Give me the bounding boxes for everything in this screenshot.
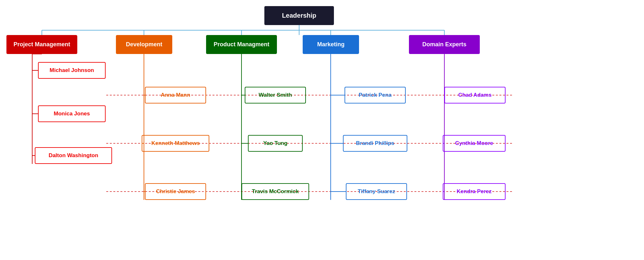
person-patrick-pena: Patrick Pena	[345, 87, 406, 103]
person-yao-tung: Yao Tung	[248, 135, 303, 152]
person-chad-adams: Chad Adams	[444, 87, 506, 103]
person-cynthia-moore: Cynthia Moore	[443, 135, 506, 152]
person-kenneth-matthews: Kenneth Matthews	[142, 135, 209, 152]
person-monica-jones: Monica Jones	[38, 105, 106, 122]
person-christie-james: Christie James	[145, 183, 206, 200]
person-dalton-washington: Dalton Washington	[35, 147, 112, 164]
person-anna-mann: Anna Mann	[145, 87, 206, 103]
org-chart: Leadership Project Management Developmen…	[0, 0, 644, 260]
dept-domain: Domain Experts	[409, 35, 480, 54]
dept-dev: Development	[116, 35, 172, 54]
dept-marketing: Marketing	[303, 35, 359, 54]
dept-pm: Project Management	[6, 35, 77, 54]
person-michael-johnson: Michael Johnson	[38, 62, 106, 79]
person-tiffany-suarez: Tiffany Suarez	[346, 183, 407, 200]
dept-prodmgmt: Product Managment	[206, 35, 277, 54]
person-kendra-perez: Kendra Perez	[443, 183, 506, 200]
person-brandi-phillips: Brandi Phillips	[343, 135, 407, 152]
person-walter-smith: Walter Smith	[245, 87, 306, 103]
person-travis-mccormick: Travis McCormick	[242, 183, 309, 200]
leadership-node: Leadership	[264, 6, 334, 25]
